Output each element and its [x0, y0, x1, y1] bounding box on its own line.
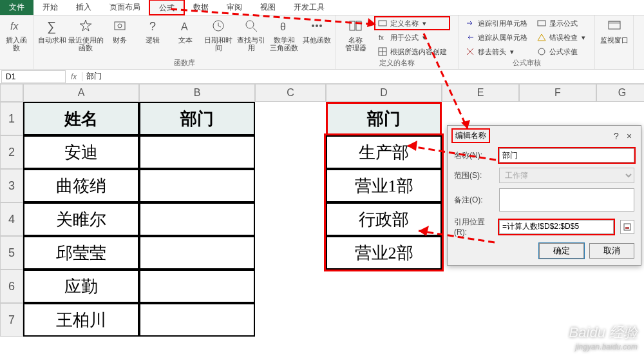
cell-B1[interactable]: 部门: [139, 102, 255, 135]
recent-button[interactable]: 最近使用的 函数: [70, 17, 101, 58]
datetime-button[interactable]: 日期和时间: [204, 17, 233, 58]
row-header-5[interactable]: 5: [0, 236, 23, 270]
ref-collapse-button[interactable]: [620, 220, 634, 234]
cell-B7[interactable]: [139, 303, 255, 337]
cell-A6[interactable]: 应勤: [23, 270, 139, 303]
svg-rect-16: [379, 21, 386, 26]
range-highlight: [324, 133, 444, 271]
show-formulas-icon: [536, 18, 547, 28]
name-manager-button[interactable]: 名称 管理器: [340, 17, 371, 58]
svg-text:θ: θ: [280, 21, 286, 32]
question-icon: ?: [144, 17, 162, 35]
row-header-6[interactable]: 6: [0, 270, 23, 303]
remove-arrows-button[interactable]: 移去箭头▾: [462, 45, 530, 58]
tab-insert[interactable]: 插入: [67, 0, 100, 15]
col-header-E[interactable]: E: [442, 84, 519, 102]
formula-bar: fx 部门: [0, 70, 644, 84]
text-fn-button[interactable]: A文本: [171, 17, 200, 58]
error-check-button[interactable]: 错误检查▾: [534, 31, 588, 44]
col-header-G[interactable]: G: [596, 84, 644, 102]
lookup-button[interactable]: 查找与引用: [237, 17, 266, 58]
tab-home[interactable]: 开始: [33, 0, 67, 15]
trace-precedents-button[interactable]: 追踪引用单元格: [462, 17, 530, 30]
star-icon: [77, 17, 95, 35]
col-header-B[interactable]: B: [139, 84, 255, 102]
ribbon: fx 插入函数 ∑自动求和 最近使用的 函数 财务 ?逻辑 A文本 日期和时间 …: [0, 15, 644, 70]
name-input[interactable]: [499, 148, 634, 162]
row-header-3[interactable]: 3: [0, 169, 23, 202]
sigma-icon: ∑: [43, 17, 61, 35]
define-name-button[interactable]: 定义名称▾: [375, 17, 450, 30]
eval-icon: [536, 46, 547, 57]
search-icon: [242, 17, 260, 35]
row-header-7[interactable]: 7: [0, 303, 23, 337]
row-header-2[interactable]: 2: [0, 135, 23, 169]
other-fn-button[interactable]: 其他函数: [303, 17, 332, 58]
tab-file[interactable]: 文件: [0, 0, 33, 15]
svg-rect-15: [356, 21, 361, 30]
logical-button[interactable]: ?逻辑: [138, 17, 167, 58]
trace-dep-icon: [465, 32, 475, 43]
col-header-D[interactable]: D: [326, 84, 442, 102]
col-header-C[interactable]: C: [255, 84, 326, 102]
financial-button[interactable]: 财务: [105, 17, 134, 58]
cell-B3[interactable]: [139, 169, 255, 202]
cell-A2[interactable]: 安迪: [23, 135, 139, 169]
svg-text:fx: fx: [379, 34, 384, 41]
cell-A1[interactable]: 姓名: [23, 102, 139, 135]
row-header-4[interactable]: 4: [0, 202, 23, 236]
svg-rect-14: [350, 21, 355, 30]
dialog-close-button[interactable]: ×: [623, 131, 636, 141]
svg-text:?: ?: [149, 20, 156, 33]
tab-formula[interactable]: 公式: [149, 0, 184, 15]
clock-icon: [209, 17, 227, 35]
formula-input[interactable]: 部门: [82, 70, 644, 83]
row-header-1[interactable]: 1: [0, 102, 23, 135]
svg-point-12: [316, 25, 318, 27]
tab-review[interactable]: 审阅: [218, 0, 251, 15]
grid-icon: [377, 46, 388, 57]
cell-A7[interactable]: 王柏川: [23, 303, 139, 337]
svg-point-25: [538, 48, 545, 55]
insert-function-button[interactable]: fx 插入函数: [4, 17, 29, 60]
tab-data[interactable]: 数据: [184, 0, 218, 15]
cell-A5[interactable]: 邱莹莹: [23, 236, 139, 270]
trace-prec-icon: [465, 18, 475, 28]
fx-icon: fx: [8, 17, 26, 35]
cell-A4[interactable]: 关睢尔: [23, 202, 139, 236]
create-from-selection-button[interactable]: 根据所选内容创建: [375, 45, 450, 58]
fx-label[interactable]: fx: [66, 72, 82, 81]
tab-layout[interactable]: 页面布局: [100, 0, 149, 15]
cancel-button[interactable]: 取消: [589, 243, 634, 259]
cell-B2[interactable]: [139, 135, 255, 169]
svg-text:A: A: [181, 21, 188, 32]
name-box[interactable]: [1, 70, 66, 83]
use-in-formula-button[interactable]: fx用于公式▾: [375, 31, 450, 44]
autosum-button[interactable]: ∑自动求和: [37, 17, 66, 58]
cell-A3[interactable]: 曲筱绡: [23, 169, 139, 202]
ref-input[interactable]: [499, 220, 614, 234]
trace-dependents-button[interactable]: 追踪从属单元格: [462, 31, 530, 44]
name-label: 名称(N):: [454, 150, 495, 161]
dialog-help-button[interactable]: ?: [610, 131, 623, 141]
cell-B4[interactable]: [139, 202, 255, 236]
evaluate-formula-button[interactable]: 公式求值: [534, 45, 588, 58]
ok-button[interactable]: 确定: [539, 243, 584, 259]
svg-point-8: [246, 21, 254, 28]
more-icon: [308, 17, 326, 35]
watch-window-button[interactable]: 监视窗口: [599, 17, 629, 60]
dialog-title: 编辑名称: [453, 130, 489, 142]
tab-dev[interactable]: 开发工具: [285, 0, 334, 15]
math-button[interactable]: θ数学和 三角函数: [270, 17, 299, 58]
col-header-A[interactable]: A: [23, 84, 139, 102]
cell-B6[interactable]: [139, 270, 255, 303]
cell-D1[interactable]: 部门: [326, 102, 442, 135]
comment-input[interactable]: [499, 188, 634, 211]
show-formulas-button[interactable]: 显示公式: [534, 17, 588, 30]
col-header-F[interactable]: F: [519, 84, 596, 102]
cell-B5[interactable]: [139, 236, 255, 270]
svg-text:fx: fx: [10, 21, 19, 32]
svg-text:∑: ∑: [47, 19, 56, 34]
select-all-corner[interactable]: [0, 84, 23, 102]
tab-view[interactable]: 视图: [251, 0, 285, 15]
